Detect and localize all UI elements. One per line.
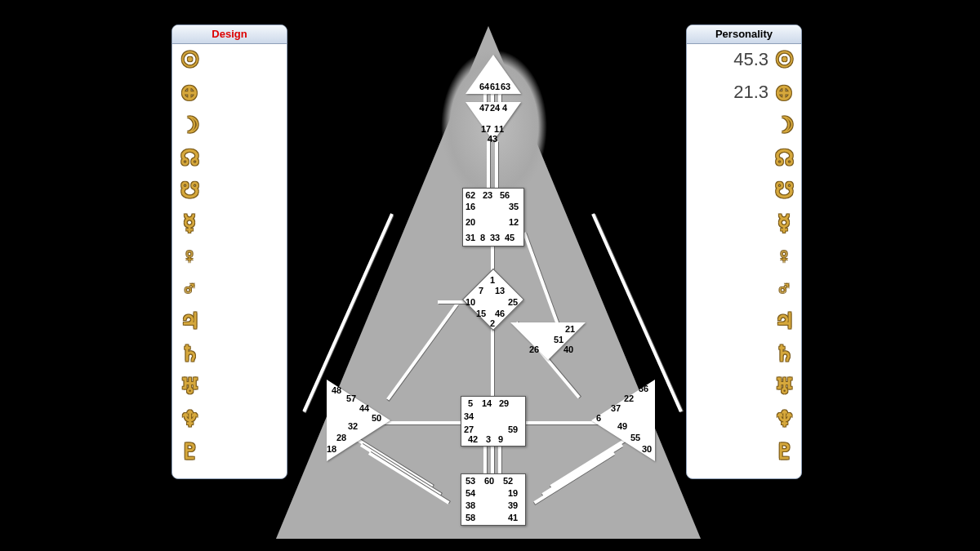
personality-panel-title: Personality [687, 25, 801, 44]
north-node-icon: ☊ [177, 141, 202, 174]
gate-36: 36 [639, 384, 648, 393]
gate-28: 28 [336, 433, 346, 442]
gate-11: 11 [494, 124, 504, 134]
gate-18: 18 [327, 444, 336, 454]
gate-14: 14 [482, 398, 492, 408]
gate-42: 42 [468, 434, 478, 444]
personality-panel-body: ☉ 45.3 ⊕ 21.3 ☽ ☊ ☋ ☿ ♀ ♂ ♃ ♄ ♅ ♆ ♇ [692, 43, 796, 473]
gate-27: 27 [464, 424, 474, 434]
design-panel: Design ☉ ⊕ ☽ ☊ ☋ ☿ ♀ ♂ ♃ ♄ ♅ ♆ ♇ [172, 24, 287, 479]
neptune-icon: ♆ [772, 402, 796, 435]
channel [495, 141, 498, 189]
south-node-icon: ☋ [772, 174, 796, 207]
moon-icon: ☽ [177, 109, 202, 141]
gate-2: 2 [490, 318, 495, 328]
gate-17: 17 [481, 124, 491, 134]
gate-1: 1 [490, 275, 495, 285]
gate-38: 38 [466, 500, 475, 510]
gate-53: 53 [466, 476, 475, 486]
channel [483, 445, 487, 473]
gate-9: 9 [498, 434, 503, 444]
gate-51: 51 [554, 335, 564, 344]
uranus-icon: ♅ [177, 370, 202, 402]
gate-24: 24 [490, 103, 500, 113]
gate-48: 48 [332, 385, 341, 395]
gate-4: 4 [502, 103, 507, 113]
gate-59: 59 [508, 424, 518, 434]
gate-62: 62 [466, 190, 475, 200]
gate-57: 57 [346, 393, 356, 403]
gate-26: 26 [529, 344, 539, 354]
personality-earth-value: 21.3 [733, 76, 768, 109]
bodygraph-stage: Design ☉ ⊕ ☽ ☊ ☋ ☿ ♀ ♂ ♃ ♄ ♅ ♆ ♇ Persona… [0, 0, 980, 551]
gate-19: 19 [508, 488, 518, 498]
design-panel-body: ☉ ⊕ ☽ ☊ ☋ ☿ ♀ ♂ ♃ ♄ ♅ ♆ ♇ [177, 43, 282, 473]
gate-47: 47 [479, 103, 489, 113]
channel [491, 445, 494, 473]
design-panel-title: Design [172, 25, 287, 44]
channel [487, 141, 490, 189]
gate-8: 8 [480, 233, 485, 242]
gate-63: 63 [501, 82, 510, 91]
earth-icon: ⊕ [772, 76, 796, 109]
south-node-icon: ☋ [177, 174, 202, 207]
gate-54: 54 [466, 488, 475, 498]
moon-icon: ☽ [772, 109, 796, 141]
gate-35: 35 [509, 202, 519, 211]
gate-45: 45 [505, 233, 514, 242]
channel [491, 327, 494, 396]
gate-31: 31 [466, 233, 475, 242]
gate-16: 16 [466, 202, 475, 211]
gate-56: 56 [500, 190, 510, 200]
jupiter-icon: ♃ [772, 304, 796, 337]
gate-41: 41 [508, 513, 518, 522]
gate-15: 15 [476, 309, 486, 318]
personality-sun-value: 45.3 [733, 43, 768, 76]
gate-22: 22 [624, 393, 634, 403]
gate-64: 64 [479, 82, 489, 91]
neptune-icon: ♆ [177, 402, 202, 435]
gate-40: 40 [564, 344, 573, 354]
gate-5: 5 [468, 398, 473, 408]
gate-49: 49 [617, 421, 627, 431]
gate-43: 43 [488, 134, 497, 144]
gate-23: 23 [483, 190, 492, 200]
gate-29: 29 [499, 398, 509, 408]
gate-61: 61 [490, 82, 500, 91]
gate-3: 3 [486, 434, 491, 444]
earth-icon: ⊕ [177, 76, 202, 109]
uranus-icon: ♅ [772, 370, 796, 402]
sun-icon: ☉ [177, 43, 202, 76]
gate-7: 7 [479, 286, 483, 295]
gate-34: 34 [464, 411, 474, 421]
pluto-icon: ♇ [772, 435, 796, 468]
gate-20: 20 [466, 217, 475, 227]
mars-icon: ♂ [177, 272, 202, 304]
gate-55: 55 [630, 433, 640, 442]
venus-icon: ♀ [772, 239, 796, 272]
venus-icon: ♀ [177, 239, 202, 272]
gate-33: 33 [490, 233, 500, 242]
jupiter-icon: ♃ [177, 304, 202, 337]
mars-icon: ♂ [772, 272, 796, 304]
gate-52: 52 [503, 476, 513, 486]
mercury-icon: ☿ [772, 207, 796, 239]
gate-50: 50 [372, 413, 381, 423]
channel [498, 445, 501, 473]
saturn-icon: ♄ [177, 337, 202, 370]
gate-10: 10 [466, 297, 475, 307]
personality-panel: Personality ☉ 45.3 ⊕ 21.3 ☽ ☊ ☋ ☿ ♀ ♂ ♃ … [686, 24, 802, 479]
gate-58: 58 [466, 513, 475, 522]
gate-37: 37 [611, 403, 621, 413]
sun-icon: ☉ [772, 43, 796, 76]
gate-12: 12 [509, 217, 519, 227]
gate-60: 60 [484, 476, 494, 486]
gate-6: 6 [596, 413, 601, 423]
gate-39: 39 [508, 500, 518, 510]
gate-13: 13 [495, 286, 505, 295]
gate-32: 32 [348, 421, 358, 431]
gate-30: 30 [642, 444, 652, 454]
saturn-icon: ♄ [772, 337, 796, 370]
pluto-icon: ♇ [177, 435, 202, 468]
gate-25: 25 [508, 297, 518, 307]
